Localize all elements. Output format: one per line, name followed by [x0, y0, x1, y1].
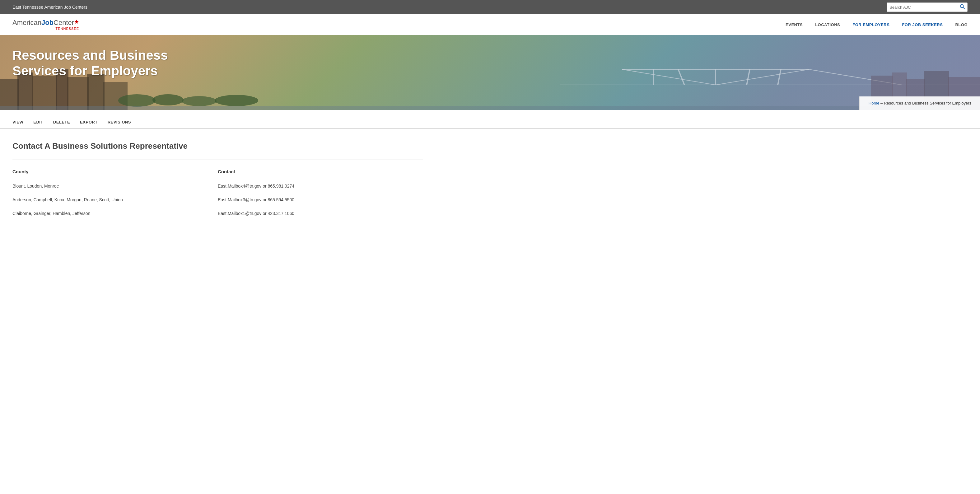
nav-locations[interactable]: LOCATIONS: [815, 22, 840, 27]
main-content: Contact A Business Solutions Representat…: [0, 129, 436, 233]
hero-banner: Resources and Business Services for Empl…: [0, 35, 980, 110]
contact-table: County Contact Blount, Loudon, Monroe Ea…: [13, 169, 423, 220]
svg-rect-5: [32, 76, 57, 110]
hero-title: Resources and Business Services for Empl…: [13, 48, 199, 79]
search-input[interactable]: [889, 5, 960, 10]
contact-cell: East.Mailbox3@tn.gov or 865.594.5500: [218, 193, 423, 206]
logo[interactable]: AmericanJobCenter★ TENNESSEE: [13, 19, 79, 30]
nav-events[interactable]: EVENTS: [786, 22, 803, 27]
breadcrumb: Home – Resources and Business Services f…: [859, 97, 980, 110]
svg-point-28: [215, 95, 258, 106]
svg-line-1: [963, 8, 965, 9]
svg-rect-8: [87, 74, 105, 110]
logo-center: Center: [54, 19, 74, 27]
main-nav: EVENTS LOCATIONS FOR EMPLOYERS FOR JOB S…: [786, 22, 967, 27]
breadcrumb-current: Resources and Business Services for Empl…: [884, 101, 971, 105]
nav-blog[interactable]: BLOG: [955, 22, 967, 27]
svg-rect-29: [0, 106, 980, 110]
county-header: County: [13, 169, 218, 179]
search-button[interactable]: [960, 4, 965, 10]
table-row: Anderson, Campbell, Knox, Morgan, Roane,…: [13, 193, 423, 206]
section-divider: [13, 160, 423, 160]
site-title: East Tennessee American Job Centers: [13, 5, 88, 10]
table-row: Blount, Loudon, Monroe East.Mailbox4@tn.…: [13, 179, 423, 193]
svg-rect-3: [0, 79, 19, 110]
tab-edit[interactable]: EDIT: [28, 116, 48, 128]
tab-view[interactable]: VIEW: [13, 116, 28, 128]
logo-job: Job: [41, 19, 54, 27]
logo-american: American: [13, 19, 41, 27]
hero-content: Resources and Business Services for Empl…: [0, 35, 980, 79]
header: AmericanJobCenter★ TENNESSEE EVENTS LOCA…: [0, 14, 980, 35]
breadcrumb-home[interactable]: Home: [869, 101, 880, 105]
breadcrumb-separator: –: [879, 101, 883, 105]
contact-section-title: Contact A Business Solutions Representat…: [13, 141, 423, 151]
contact-cell: East.Mailbox1@tn.gov or 423.317.1060: [218, 206, 423, 220]
contact-header: Contact: [218, 169, 423, 179]
content-tabs: VIEW EDIT DELETE EXPORT REVISIONS: [0, 116, 980, 129]
tab-delete[interactable]: DELETE: [48, 116, 75, 128]
table-row: Claiborne, Grainger, Hamblen, Jefferson …: [13, 206, 423, 220]
svg-point-25: [118, 94, 156, 107]
county-cell: Claiborne, Grainger, Hamblen, Jefferson: [13, 206, 218, 220]
svg-rect-9: [103, 82, 127, 110]
top-bar: East Tennessee American Job Centers: [0, 0, 980, 14]
logo-tennessee: TENNESSEE: [13, 27, 79, 30]
tab-export[interactable]: EXPORT: [75, 116, 102, 128]
svg-point-26: [153, 94, 183, 105]
search-box[interactable]: [887, 3, 967, 12]
nav-for-employers[interactable]: FOR EMPLOYERS: [853, 22, 889, 27]
tab-revisions[interactable]: REVISIONS: [103, 116, 136, 128]
logo-star: ★: [74, 18, 79, 25]
nav-for-job-seekers[interactable]: FOR JOB SEEKERS: [902, 22, 943, 27]
contact-cell: East.Mailbox4@tn.gov or 865.981.9274: [218, 179, 423, 193]
county-cell: Anderson, Campbell, Knox, Morgan, Roane,…: [13, 193, 218, 206]
county-cell: Blount, Loudon, Monroe: [13, 179, 218, 193]
svg-rect-7: [67, 77, 89, 110]
svg-point-27: [182, 96, 216, 106]
